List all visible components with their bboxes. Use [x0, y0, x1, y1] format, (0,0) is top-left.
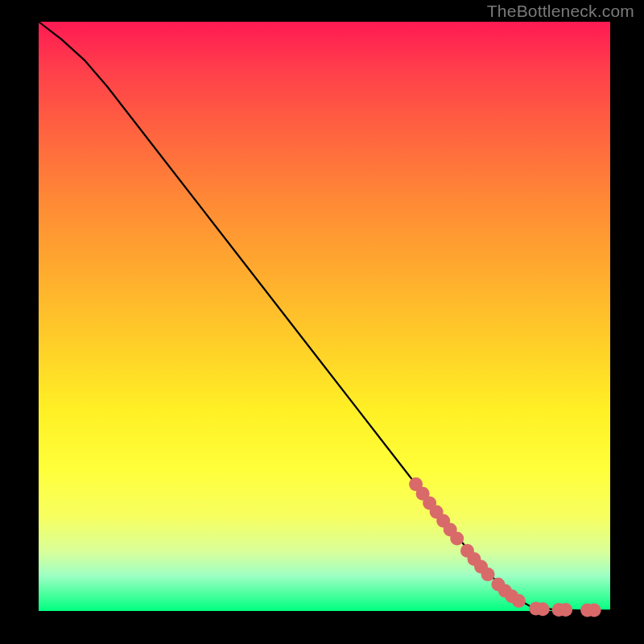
attribution-text: TheBottleneck.com [487, 2, 634, 21]
chart-marker [588, 603, 601, 617]
chart-marker [536, 602, 550, 616]
chart-markers [409, 477, 601, 617]
chart-marker [512, 594, 526, 608]
chart-marker [481, 568, 495, 581]
chart-marker [450, 531, 464, 545]
chart-plot-area [39, 22, 610, 611]
chart-curve [39, 22, 610, 610]
chart-marker [559, 603, 572, 617]
chart-frame: TheBottleneck.com [0, 0, 644, 644]
chart-svg [39, 22, 610, 611]
